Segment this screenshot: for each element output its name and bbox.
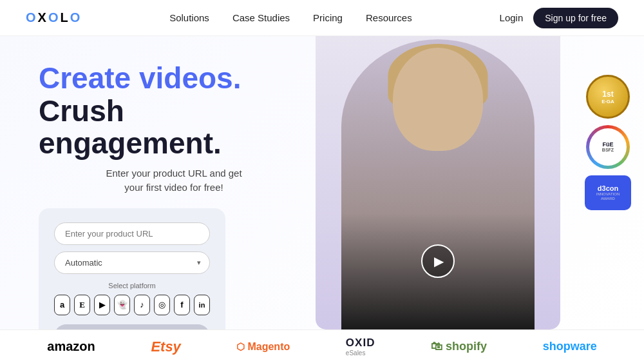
language-dropdown-wrapper: Automatic ▾ bbox=[54, 251, 210, 274]
logo-shopify: 🛍 shopify bbox=[431, 340, 487, 353]
play-icon: ▶ bbox=[434, 253, 444, 269]
platform-label: Select platform bbox=[54, 282, 210, 289]
nav-resources[interactable]: Resources bbox=[366, 12, 412, 23]
logo: OXOLO bbox=[26, 10, 82, 25]
platform-linkedin[interactable]: in bbox=[194, 295, 210, 315]
hero-subtitle: Enter your product URL and get your firs… bbox=[39, 166, 309, 195]
award-badge-1: 1st E·GA bbox=[586, 75, 630, 119]
logo-oxid: OXID eSales bbox=[346, 337, 375, 357]
award-badge-3: d3con INNOVATIONAWARD bbox=[585, 175, 631, 210]
navbar: OXOLO Solutions Case Studies Pricing Res… bbox=[0, 0, 644, 36]
nav-solutions[interactable]: Solutions bbox=[169, 12, 209, 23]
product-form-card: Automatic ▾ Select platform a E ▶ 👻 bbox=[39, 208, 225, 329]
platform-etsy[interactable]: E bbox=[74, 295, 90, 315]
logo-shopware: shopware bbox=[543, 340, 597, 353]
platform-facebook[interactable]: f bbox=[174, 295, 190, 315]
nav-links: Solutions Case Studies Pricing Resources bbox=[169, 12, 412, 23]
nav-case-studies[interactable]: Case Studies bbox=[232, 12, 290, 23]
hero-section: Create videos. Crush engagement. Enter y… bbox=[0, 36, 644, 329]
product-url-input[interactable] bbox=[54, 222, 210, 245]
logo-etsy: Etsy bbox=[151, 338, 180, 355]
language-dropdown[interactable]: Automatic bbox=[54, 251, 210, 274]
hero-content: Create videos. Crush engagement. Enter y… bbox=[0, 36, 335, 329]
nav-actions: Login Sign up for free bbox=[500, 8, 618, 28]
hero-title-black: Crush engagement. bbox=[39, 95, 309, 160]
platform-amazon[interactable]: a bbox=[54, 295, 70, 315]
play-button[interactable]: ▶ bbox=[421, 244, 455, 278]
person-head bbox=[393, 48, 483, 151]
partner-logos-bar: amazon Etsy ⬡ Magento OXID eSales 🛍 shop… bbox=[0, 329, 644, 363]
award-badges: 1st E·GA FüE BSFZ d3con INNOVATIONAWARD bbox=[585, 75, 631, 210]
hero-title-blue: Create videos. bbox=[39, 62, 309, 95]
signup-button[interactable]: Sign up for free bbox=[533, 8, 618, 28]
award-badge-2: FüE BSFZ bbox=[586, 125, 630, 169]
platform-snapchat[interactable]: 👻 bbox=[114, 295, 130, 315]
login-button[interactable]: Login bbox=[500, 12, 524, 23]
platform-tiktok[interactable]: ♪ bbox=[134, 295, 150, 315]
logo-magento: ⬡ Magento bbox=[236, 341, 290, 353]
nav-pricing[interactable]: Pricing bbox=[313, 12, 343, 23]
logo-amazon: amazon bbox=[47, 339, 95, 354]
hero-avatar-image: ▶ bbox=[316, 36, 560, 329]
platform-instagram[interactable]: ◎ bbox=[154, 295, 170, 315]
create-free-video-button[interactable]: Create free video → bbox=[54, 324, 210, 329]
platform-youtube[interactable]: ▶ bbox=[94, 295, 110, 315]
platform-icons-group: a E ▶ 👻 ♪ ◎ f bbox=[54, 295, 210, 315]
